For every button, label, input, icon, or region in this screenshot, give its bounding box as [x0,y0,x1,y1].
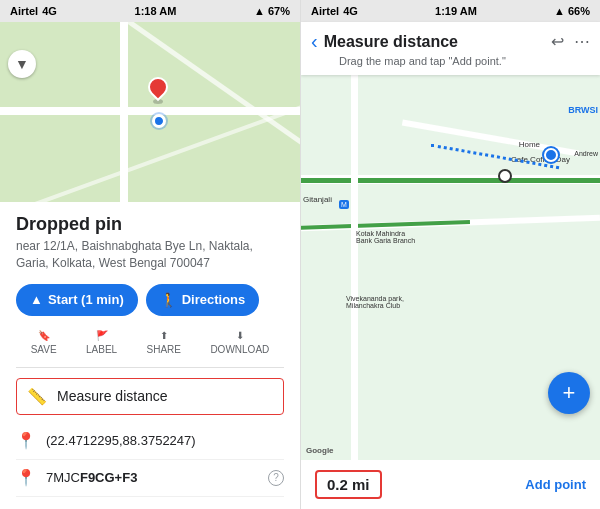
download-label: DOWNLOAD [210,344,269,355]
map-label-metro: M [339,200,349,209]
download-icon: ⬇ [236,330,244,341]
distance-badge: 0.2 mi [315,470,382,499]
save-action[interactable]: 🔖 SAVE [31,330,57,355]
coordinates-text: (22.4712295,88.3752247) [46,433,196,448]
label-action[interactable]: 🚩 LABEL [86,330,117,355]
status-right-left: Airtel 4G [311,5,358,17]
ruler-icon: 📏 [27,387,47,406]
header-title: Measure distance [324,33,458,51]
pin-title: Dropped pin [16,214,284,235]
map-label-andrew: Andrew [574,150,598,157]
road-vertical [120,22,128,202]
battery-left: 67% [268,5,290,17]
plus-code-bold: F9CG+F3 [80,470,137,485]
dropped-pin [148,77,168,104]
header-actions: ↩ ⋯ [551,32,590,51]
share-label: SHARE [147,344,181,355]
status-right-icons: ▲ 67% [254,5,290,17]
status-bar-left: Airtel 4G 1:18 AM ▲ 67% [0,0,300,22]
map-label-vivekananda: Vivekananda park,Milanchakra Club [346,295,404,309]
start-label: Start (1 min) [48,292,124,307]
header-top: ‹ Measure distance ↩ ⋯ [311,30,590,53]
plus-code-item[interactable]: 📍 7MJCF9CG+F3 ? [16,460,284,497]
status-bar-right: Airtel 4G 1:19 AM ▲ 66% [301,0,600,22]
road-green1 [301,178,600,183]
save-label: SAVE [31,344,57,355]
directions-label: Directions [182,292,246,307]
left-panel: Airtel 4G 1:18 AM ▲ 67% ▼ Dropped pin ne… [0,0,300,509]
flag-icon: 🚩 [96,330,108,341]
map-area-right[interactable]: BRWSI Gitanjali M Home Cafe Coffee Day K… [301,75,600,460]
icon-row: 🔖 SAVE 🚩 LABEL ⬆ SHARE ⬇ DOWNLOAD [16,330,284,368]
map-label-gitanjali: Gitanjali [303,195,332,204]
carrier-left: Airtel [10,5,38,17]
right-panel: Airtel 4G 1:19 AM ▲ 66% ‹ Measure distan… [301,0,600,509]
road-horizontal [0,107,300,115]
action-buttons: ▲ Start (1 min) 🚶 Directions [16,284,284,316]
label-label: LABEL [86,344,117,355]
coordinates-item[interactable]: 📍 (22.4712295,88.3752247) [16,423,284,460]
map-label-kotak: Kotak MahindraBank Garia Branch [356,230,415,244]
bottom-bar: 0.2 mi Add point [301,460,600,509]
road-diagonal-1 [17,22,300,187]
map-back-button[interactable]: ▼ [8,50,36,78]
map-label-home: Home [519,140,540,149]
pin-head [144,73,172,101]
measure-point-start [544,148,558,162]
location-icon: 📍 [16,431,36,451]
start-button[interactable]: ▲ Start (1 min) [16,284,138,316]
road-v1 [351,75,358,460]
measure-point-end [498,169,512,183]
plus-code-text: 7MJCF9CG+F3 [46,470,137,485]
grid-icon: 📍 [16,468,36,488]
fab-button[interactable]: + [548,372,590,414]
bookmark-icon: 🔖 [38,330,50,341]
measure-distance-label: Measure distance [57,388,168,404]
bottom-sheet: Dropped pin near 12/1A, Baishnabghata By… [0,202,300,509]
carrier-right: Airtel [311,5,339,17]
share-icon: ⬆ [160,330,168,341]
plus-code-prefix: 7MJC [46,470,80,485]
signal-icon-r: ▲ [554,5,565,17]
download-action[interactable]: ⬇ DOWNLOAD [210,330,269,355]
blue-location-dot [152,114,166,128]
measure-distance-item[interactable]: 📏 Measure distance [16,378,284,415]
status-right-icons-r: ▲ 66% [554,5,590,17]
walk-icon: 🚶 [160,292,177,308]
undo-button[interactable]: ↩ [551,32,564,51]
network-left: 4G [42,5,57,17]
share-action[interactable]: ⬆ SHARE [147,330,181,355]
header-left: ‹ Measure distance [311,30,458,53]
car-icon: ▲ [30,292,43,307]
header-subtitle: Drag the map and tap "Add point." [311,55,590,67]
status-left-info: Airtel 4G [10,5,57,17]
add-point-button[interactable]: Add point [525,477,586,492]
help-icon[interactable]: ? [268,470,284,486]
map-label-brwsi: BRWSI [568,105,598,115]
time-left: 1:18 AM [135,5,177,17]
time-right: 1:19 AM [435,5,477,17]
pin-address: near 12/1A, Baishnabghata Bye Ln, Naktal… [16,238,284,272]
back-button[interactable]: ‹ [311,30,318,53]
signal-icon: ▲ [254,5,265,17]
more-options-button[interactable]: ⋯ [574,32,590,51]
map-area-left[interactable]: ▼ [0,22,300,202]
battery-right: 66% [568,5,590,17]
directions-button[interactable]: 🚶 Directions [146,284,260,316]
map-label-google: Google [306,446,334,455]
map-background-left [0,22,300,202]
network-right: 4G [343,5,358,17]
measure-header: ‹ Measure distance ↩ ⋯ Drag the map and … [301,22,600,75]
